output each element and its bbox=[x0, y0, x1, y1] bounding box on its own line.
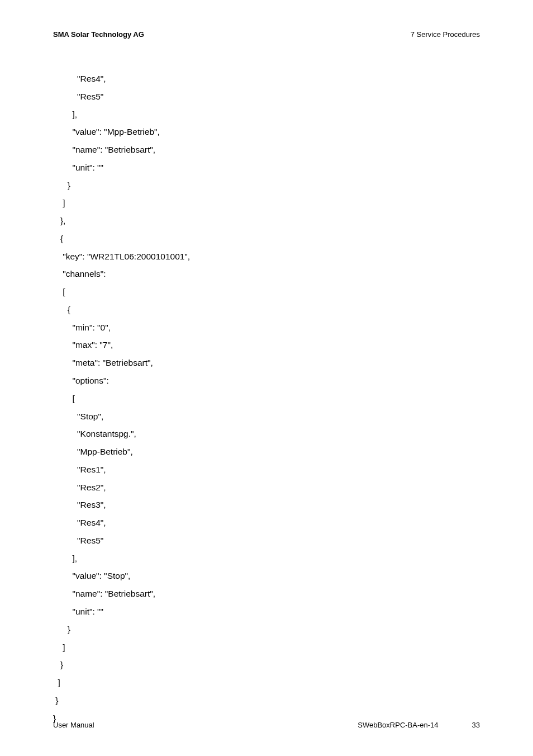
page-header: SMA Solar Technology AG 7 Service Proced… bbox=[53, 30, 480, 39]
footer-right-group: SWebBoxRPC-BA-en-14 33 bbox=[358, 721, 480, 729]
header-section: 7 Service Procedures bbox=[411, 30, 480, 39]
header-company: SMA Solar Technology AG bbox=[53, 30, 144, 39]
footer-doc-type: User Manual bbox=[53, 721, 94, 729]
page-footer: User Manual SWebBoxRPC-BA-en-14 33 bbox=[53, 721, 480, 729]
footer-doc-id: SWebBoxRPC-BA-en-14 bbox=[358, 721, 438, 729]
footer-page-number: 33 bbox=[472, 721, 480, 729]
code-listing: "Res4", "Res5" ], "value": "Mpp-Betrieb"… bbox=[53, 70, 190, 727]
